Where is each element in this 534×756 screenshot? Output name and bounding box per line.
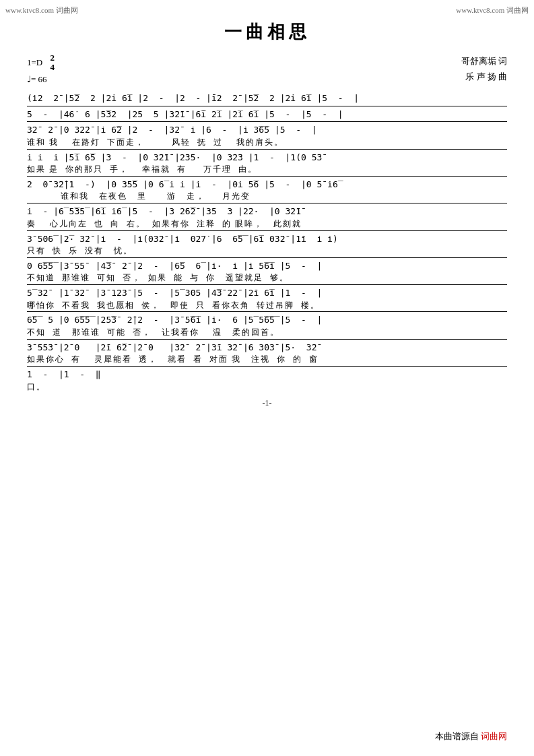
lyric-row-9: 哪怕你 不看我 我也愿相 侯， 即使 只 看你衣角 转过吊脚 楼。 <box>27 300 507 311</box>
notation-row-12: 1 - |1 - ‖ <box>27 368 507 381</box>
lyric-row-6: 奏 心儿向左 也 向 右。 如果有你 注释 的 眼眸， 此刻就 <box>27 218 507 230</box>
notation-row-7: 3̄ 5̄0̄6̅ |2̅· 3̄2̄ |i̇ - |i̇(0̄3̄2̄ |i̇… <box>27 232 507 246</box>
score-line-5: 2 0̄ 3̄2̄|1 -) |0 3̄5̅5 |0 6̅ i̇ i̇ |i̇ … <box>27 178 507 203</box>
notation-row-8: 0 6̅5̅5̅ |3̄ 5̄5̄ |4̅3̄ 2̄ |2 - |6̅5 6̅ … <box>27 259 507 273</box>
score-line-4: i̇ i̇ i̇ |5̅i̇ 6̅5 |3 - |0 3̄2̄1̄ |2̄3̄5… <box>27 151 507 177</box>
notation-row-5: 2 0̄ 3̄2̄|1 -) |0 3̄5̅5 |0 6̅ i̇ i̇ |i̇ … <box>27 178 507 191</box>
footer: 本曲谱源自 词曲网 <box>435 730 507 743</box>
lyric-row-4: 如果 是 你的那只 手， 幸福就 有 万千理 由。 <box>27 164 507 175</box>
score-line-8: 0 6̅5̅5̅ |3̄ 5̄5̄ |4̅3̄ 2̄ |2 - |6̅5 6̅ … <box>27 259 507 285</box>
footer-text: 本曲谱源自 <box>435 731 481 741</box>
notation-row-11: 3̄ 5̄5̄3̄ |2̄ 0 |2̄i̇ 6̅2̄ |2̄ 0 |3̄2̄ 2… <box>27 341 507 354</box>
song-title: 一曲相思 <box>27 20 507 44</box>
lyric-row-11: 如果你心 有 灵犀能看 透， 就看 看 对面 我 注视 你 的 窗 <box>27 354 507 365</box>
score-line-2: 5 - |46̇ 6 |5̅3̄2 |25 5 |3̄2̄1̄ |6̅ī 2̅… <box>27 108 507 123</box>
lyric-row-8: 不知道 那谁谁 可知 否， 如果 能 与 你 遥望就足 够。 <box>27 272 507 284</box>
notation-row-2: 5 - |46̇ 6 |5̅3̄2 |25 5 |3̄2̄1̄ |6̅ī 2̅… <box>27 108 507 121</box>
composer: 乐 声 扬 曲 <box>461 69 507 84</box>
watermark-right: www.ktvc8.com 词曲网 <box>456 5 529 15</box>
notation-row-10: 6̅5̅ 5 |0 6̅5̅5̅ |2̄5̅3̄ 2̄|2 - |3̄ 5̅6̅… <box>27 313 507 327</box>
score-line-7: 3̄ 5̄0̄6̅ |2̅· 3̄2̄ |i̇ - |i̇(0̄3̄2̄ |i̇… <box>27 232 507 258</box>
score-line-11: 3̄ 5̄5̄3̄ |2̄ 0 |2̄i̇ 6̅2̄ |2̄ 0 |3̄2̄ 2… <box>27 341 507 367</box>
watermark-left: www.ktvc8.com 词曲网 <box>5 5 78 15</box>
notation-row-1: (i̇2 2̄ |5̅2 2 |2i 6̅i̇ |2 - |2 - |ī2 2… <box>27 92 507 105</box>
score: (i̇2 2̄ |5̅2 2 |2i 6̅i̇ |2 - |2 - |ī2 2… <box>27 92 507 393</box>
lyric-row-5: 谁和我 在夜色 里 游 走， 月光变 <box>27 191 507 202</box>
score-line-1: (i̇2 2̄ |5̅2 2 |2i 6̅i̇ |2 - |2 - |ī2 2… <box>27 92 507 106</box>
lyric-row-3: 谁和 我 在路灯 下面走， 风轻 抚 过 我的肩头。 <box>27 137 507 148</box>
lyricist: 哥舒离垢 词 <box>461 53 507 69</box>
notation-row-3: 3̄2̄ 2̄ |0 3̄2̄2̄ |i̇ 6̅2 |2 - |3̄2̄ i̇ … <box>27 123 507 137</box>
time-signature: 2 4 <box>50 53 55 73</box>
author-block: 哥舒离垢 词 乐 声 扬 曲 <box>461 53 507 85</box>
lyric-row-12: 口。 <box>27 381 507 393</box>
page-number: -1- <box>27 398 507 408</box>
lyric-row-7: 只有 快 乐 没有 忧。 <box>27 245 507 257</box>
score-line-3: 3̄2̄ 2̄ |0 3̄2̄2̄ |i̇ 6̅2 |2 - |3̄2̄ i̇ … <box>27 123 507 149</box>
key-label: 1=D <box>27 56 42 70</box>
notation-row-9: 5̅ 3̄2̄ |1̄ 3̄2̄ |3̄ 1̄2̄3̄ |5 - |5̅ 3̄0… <box>27 286 507 300</box>
notation-row-6: i̇ - |6̅ 5̅3̄5̅ |6̅i̇ i̇6̅ |5 - |3 2̄6̅2… <box>27 205 507 218</box>
score-line-10: 6̅5̅ 5 |0 6̅5̅5̅ |2̄5̅3̄ 2̄|2 - |3̄ 5̅6̅… <box>27 313 507 339</box>
key-time-block: 1=D 2 4 ♩= 66 <box>27 53 55 89</box>
lyric-row-10: 不知 道 那谁谁 可能 否， 让我看你 温 柔的回首。 <box>27 327 507 338</box>
score-line-12: 1 - |1 - ‖ 口。 <box>27 368 507 393</box>
tempo-label: ♩= 66 <box>27 73 55 87</box>
footer-link[interactable]: 词曲网 <box>481 731 507 741</box>
score-line-9: 5̅ 3̄2̄ |1̄ 3̄2̄ |3̄ 1̄2̄3̄ |5 - |5̅ 3̄0… <box>27 286 507 312</box>
notation-row-4: i̇ i̇ i̇ |5̅i̇ 6̅5 |3 - |0 3̄2̄1̄ |2̄3̄5… <box>27 151 507 164</box>
score-line-6: i̇ - |6̅ 5̅3̄5̅ |6̅i̇ i̇6̅ |5 - |3 2̄6̅2… <box>27 205 507 230</box>
